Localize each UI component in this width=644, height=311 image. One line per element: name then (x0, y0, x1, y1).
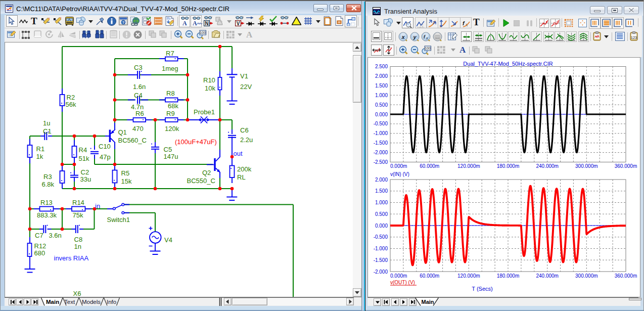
svg-text:Models: Models (82, 299, 101, 305)
svg-text:Main: Main (422, 299, 434, 305)
svg-text:Text: Text (64, 299, 75, 305)
svg-text:Main: Main (46, 299, 59, 305)
svg-text:Info: Info (107, 299, 116, 305)
